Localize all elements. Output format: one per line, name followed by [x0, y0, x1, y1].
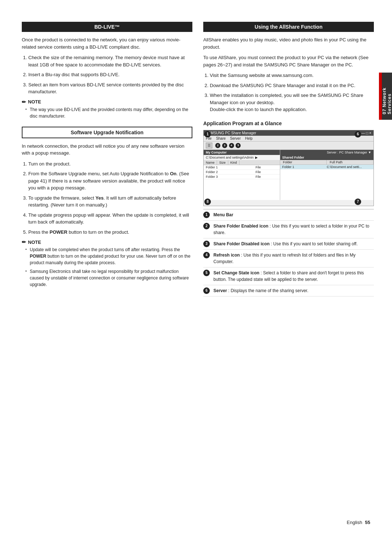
software-step-3-text: To upgrade the firmware, select Yes. It …: [28, 195, 176, 208]
bdlive-note-label: ✏ NOTE: [22, 99, 192, 105]
screenshot-right-pane: Server : PC Share Manager ▼ Shared Folde…: [280, 150, 373, 200]
icon-label-1: Menu Bar: [213, 212, 233, 217]
bdlive-header: BD-LIVE™: [22, 22, 192, 32]
page-number: 55: [365, 520, 370, 525]
software-step-4: The update progress popup will appear. W…: [28, 212, 192, 226]
allshare-step-2: Download the SAMSUNG PC Share Manager an…: [210, 82, 374, 89]
bdlive-title: BD-LIVE™: [94, 24, 120, 30]
allshare-header: Using the AllShare Function: [203, 22, 374, 32]
software-upgrade-title: Software Upgrade Notification: [71, 130, 144, 135]
software-step-3: To upgrade the firmware, select Yes. It …: [28, 195, 192, 209]
folder-3-name: Folder 3: [206, 175, 228, 179]
folder-1-size: [231, 165, 253, 169]
software-step-4-text: The update progress popup will appear. W…: [28, 212, 189, 225]
bdlive-step-3-text: Select an item from various BD-LIVE serv…: [28, 82, 184, 95]
annot-1: 1: [204, 131, 211, 138]
icon-desc-5: Set Change State icon : Select a folder …: [213, 270, 374, 283]
right-pane-row-1: Folder 1 C:\Document and setti...: [280, 165, 373, 169]
icon-row-4: 4 Refresh icon : Use this if you want to…: [203, 250, 374, 267]
icon-label-2: Share Folder Enabled icon: [213, 224, 268, 229]
content-area: BD-LIVE™ Once the product is connected t…: [22, 22, 374, 514]
software-step-2-text: From the Software Upgrade menu, set Auto…: [28, 171, 189, 191]
icon-num-3: 3: [203, 241, 210, 247]
left-column: BD-LIVE™ Once the product is connected t…: [22, 22, 192, 514]
icon-label-3: Share Folder Disabled icon: [213, 241, 270, 246]
menu-help: Help: [245, 136, 253, 140]
screenshot-titlebar: SAMSUNG PC Share Manager — □ ×: [204, 130, 373, 136]
icon-num-2: 2: [203, 223, 210, 229]
bdlive-intro: Once the product is connected to the net…: [22, 36, 192, 50]
icon-desc-4: Refresh icon : Use this if you want to r…: [213, 252, 374, 265]
allshare-intro1: AllShare enables you to play music, vide…: [203, 36, 374, 50]
right-pane-title: Shared Folder: [280, 155, 373, 160]
software-step-1: Turn on the product.: [28, 160, 192, 168]
software-note-list: Update will be completed when the produc…: [22, 246, 192, 288]
bdlive-steps: Check the size of the remaining memory. …: [22, 54, 192, 95]
software-note-text: NOTE: [28, 240, 41, 245]
icon-row-3: 3 Share Folder Disabled icon : Use this …: [203, 238, 374, 250]
folder-3-size: [231, 175, 253, 179]
icon-row-2: 2 Share Folder Enabled icon : Use this i…: [203, 221, 374, 238]
allshare-steps: Visit the Samsung website at www.samsung…: [203, 72, 374, 113]
annot-6: 6: [355, 131, 361, 138]
bdlive-step-2: Insert a Blu-ray disc that supports BD-L…: [28, 71, 192, 78]
shared-path-1: C:\Document and setti...: [327, 165, 371, 169]
bdlive-note-text: NOTE: [28, 99, 41, 105]
screenshot-titlebar-right: — □ ×: [362, 131, 371, 135]
right-column: Using the AllShare Function AllShare ena…: [203, 22, 374, 514]
folder-2-kind: File: [256, 170, 278, 174]
allshare-step-1-text: Visit the Samsung website at www.samsung…: [210, 73, 314, 78]
screenshot-left-pane: My Computer C:\Document and settings\Adm…: [204, 150, 280, 200]
icon-table: 1 Menu Bar 2 Share Folder Enabled icon :…: [203, 209, 374, 296]
language-label: English: [347, 520, 362, 525]
toolbar-annots: 2 3 4 5: [215, 143, 241, 148]
icon-desc-3-text: : Use this if you want to set folder sha…: [270, 241, 358, 246]
annot-8: 8: [204, 199, 211, 205]
col-fullpath: Full Path: [327, 160, 373, 164]
icon-label-5: Set Change State icon: [213, 270, 260, 275]
icon-desc-3: Share Folder Disabled icon : Use this if…: [213, 241, 358, 247]
bdlive-step-2-text: Insert a Blu-ray disc that supports BD-L…: [28, 72, 119, 77]
folder-3-kind: File: [256, 175, 278, 179]
software-note-item-2: Samsung Electronics shall take no legal …: [25, 268, 192, 288]
left-pane-header: My Computer: [204, 150, 280, 155]
server-label: Server : PC Share Manager ▼: [327, 151, 371, 154]
breadcrumb-text: C:\Document and settings\Admin: [206, 156, 254, 159]
icon-desc-6-text: : Displays the name of the sharing serve…: [227, 288, 308, 293]
bdlive-note-list: The way you use BD-LIVE and the provided…: [22, 106, 192, 119]
menu-server: Server: [230, 136, 241, 140]
right-pane-header: Server : PC Share Manager ▼: [280, 150, 373, 155]
screenshot-title-text: SAMSUNG PC Share Manager: [206, 131, 256, 135]
col-kind: Kind: [228, 160, 240, 165]
page-footer: English 55: [347, 520, 370, 525]
toolbar-icon-1: ☰: [206, 143, 212, 148]
bdlive-step-1: Check the size of the remaining memory. …: [28, 54, 192, 68]
annot-7: 7: [355, 199, 361, 205]
bdlive-step-1-text: Check the size of the remaining memory. …: [28, 55, 185, 67]
icon-row-6: 6 Server : Displays the name of the shar…: [203, 285, 374, 296]
icon-num-1: 1: [203, 212, 210, 218]
software-upgrade-steps: Turn on the product. From the Software U…: [22, 160, 192, 236]
icon-label-6: Server: [213, 288, 227, 293]
icon-desc-6: Server : Displays the name of the sharin…: [213, 287, 308, 294]
allshare-step-3: When the installation is completed, you …: [210, 92, 374, 113]
allshare-title: Using the AllShare Function: [255, 24, 323, 30]
left-pane-subheader: Name Size Kind: [204, 160, 280, 165]
screenshot-body: My Computer C:\Document and settings\Adm…: [204, 150, 373, 200]
side-tab-label: 07 Network Services: [382, 78, 392, 114]
app-glance-title: Application Program at a Glance: [203, 120, 374, 126]
icon-desc-2: Share Folder Enabled icon : Use this if …: [213, 223, 374, 236]
bdlive-step-3: Select an item from various BD-LIVE serv…: [28, 81, 192, 95]
software-note: ✏ NOTE Update will be completed when the…: [22, 239, 192, 288]
app-screenshot: 1 6 8 7 SAMSUNG PC Share Manager — □ × F…: [203, 130, 374, 206]
icon-num-5: 5: [203, 270, 210, 276]
bdlive-note-item-1: The way you use BD-LIVE and the provided…: [25, 106, 192, 119]
screenshot-toolbar: ☰ 2 3 4 5: [204, 142, 373, 150]
page-wrapper: 07 Network Services BD-LIVE™ Once the pr…: [0, 0, 392, 536]
icon-desc-1: Menu Bar: [213, 212, 233, 218]
allshare-step-3-text: When the installation is completed, you …: [210, 93, 363, 112]
left-pane-row-2: Folder 2 File: [204, 170, 280, 175]
right-pane-cols: Folder Full Path: [280, 160, 373, 165]
folder-2-size: [231, 170, 253, 174]
software-note-label: ✏ NOTE: [22, 239, 192, 245]
